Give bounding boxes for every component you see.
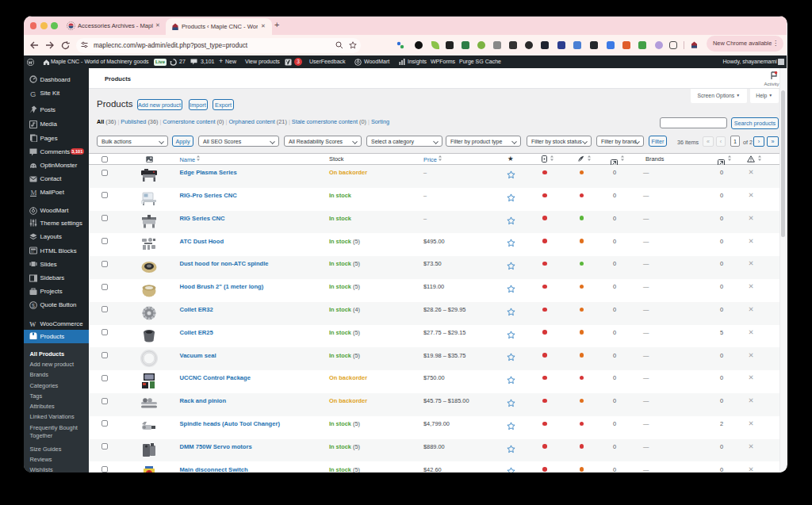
svg-text:M: M bbox=[31, 189, 37, 197]
svg-text:G: G bbox=[30, 90, 36, 98]
svg-text:W: W bbox=[29, 320, 36, 328]
svg-text:IO: IO bbox=[31, 251, 34, 254]
svg-text:$: $ bbox=[32, 302, 35, 308]
